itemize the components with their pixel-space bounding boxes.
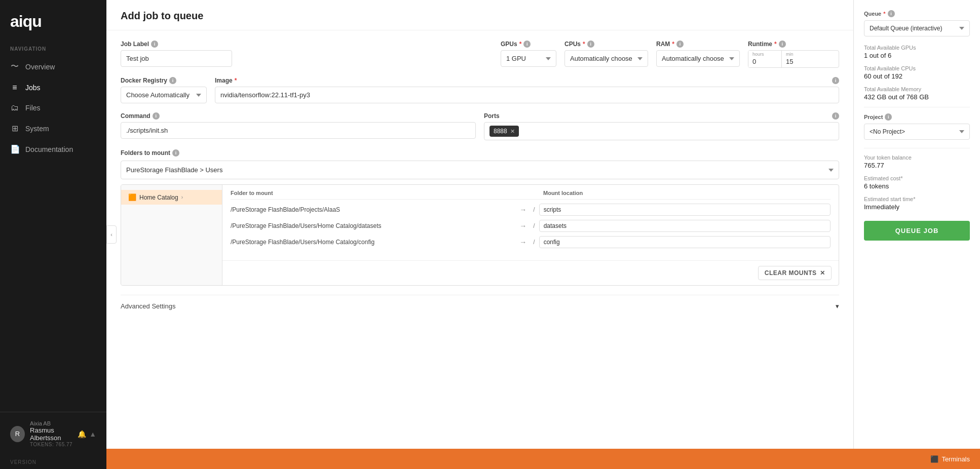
advanced-settings-toggle[interactable]: Advanced Settings ▾	[121, 295, 839, 317]
form-panel: Add job to queue Job Label i GPUs*	[106, 0, 853, 449]
sidebar-item-jobs[interactable]: ≡ Jobs	[0, 77, 106, 98]
form-body: Job Label i GPUs* i 1 GPU	[106, 30, 853, 327]
job-label-input[interactable]	[121, 50, 232, 67]
mount-input-1[interactable]	[539, 220, 831, 232]
runtime-label: Runtime* i	[748, 41, 839, 48]
runtime-hours-input[interactable]	[748, 57, 781, 67]
mount-table: Folder to mount Mount location /PureStor…	[222, 185, 839, 257]
collapse-sidebar-button[interactable]: ‹	[106, 225, 117, 244]
stat-memory: Total Available Memory 432 GB out of 768…	[864, 86, 970, 101]
bell-icon[interactable]: 🔔	[78, 430, 86, 438]
gpus-select[interactable]: 1 GPU	[501, 50, 556, 67]
clear-mounts-button[interactable]: CLEAR MOUNTS ✕	[758, 266, 832, 280]
ports-info-icon[interactable]: i	[832, 112, 839, 120]
divider-1	[864, 107, 970, 107]
sidebar-item-system[interactable]: ⊞ System	[0, 118, 106, 139]
chevron-down-icon: ▾	[836, 302, 839, 310]
ram-info-icon[interactable]: i	[676, 41, 684, 48]
estimated-start-label: Estimated start time*	[864, 196, 970, 202]
sidebar-item-files[interactable]: 🗂 Files	[0, 98, 106, 118]
sidebar: aiqu NAVIGATION 〜 Overview ≡ Jobs 🗂 File…	[0, 0, 106, 469]
project-select[interactable]: <No Project>	[864, 124, 970, 140]
clear-mounts-label: CLEAR MOUNTS	[765, 269, 817, 277]
ports-input-area[interactable]: 8888 ✕	[484, 122, 839, 140]
command-info-icon[interactable]: i	[153, 112, 160, 120]
queue-select[interactable]: Default Queue (interactive)	[864, 20, 970, 36]
folders-info-icon[interactable]: i	[172, 149, 179, 157]
stat-gpus: Total Available GPUs 1 out of 6	[864, 45, 970, 59]
mount-location-select[interactable]: PureStorage FlashBlade > Users	[121, 161, 839, 179]
user-name: Rasmus Albertsson	[30, 426, 72, 442]
chevron-up-icon[interactable]: ▲	[89, 430, 96, 438]
gpus-label: GPUs* i	[501, 41, 556, 48]
command-label: Command i	[121, 112, 476, 120]
mount-arrow-2: →	[517, 238, 529, 246]
mount-slash-0: /	[533, 206, 535, 213]
estimated-cost-row: Estimated cost* 6 tokens	[864, 175, 970, 190]
user-company: Aixia AB	[30, 420, 72, 426]
runtime-hours-part: hours	[748, 51, 782, 67]
sidebar-item-overview[interactable]: 〜 Overview	[0, 56, 106, 77]
sidebar-item-label: System	[25, 125, 49, 133]
job-label-info-icon[interactable]: i	[151, 41, 158, 48]
col-arrow-header	[523, 190, 538, 196]
project-field: Project i <No Project>	[864, 113, 970, 140]
stat-cpus-value: 60 out of 192	[864, 72, 970, 80]
mount-input-0[interactable]	[539, 204, 831, 216]
sidebar-item-label: Documentation	[25, 145, 73, 153]
runtime-info-icon[interactable]: i	[779, 41, 786, 48]
image-input[interactable]	[215, 87, 839, 103]
runtime-container: hours min	[748, 50, 839, 68]
queue-label: Queue* i	[864, 10, 970, 17]
port-close-button[interactable]: ✕	[510, 128, 515, 135]
gpus-info-icon[interactable]: i	[523, 41, 531, 48]
port-value: 8888	[494, 128, 507, 135]
main-content: ‹ Add job to queue Job Label i	[106, 0, 980, 469]
files-icon: 🗂	[10, 103, 19, 112]
mount-input-2[interactable]	[539, 236, 831, 248]
docker-registry-select[interactable]: Choose Automatically	[121, 87, 207, 103]
mount-row-1: /PureStorage FlashBlade/Users/Home Catal…	[231, 220, 831, 232]
docker-registry-group: Docker Registry i Choose Automatically	[121, 77, 207, 103]
tree-item-home-catalog[interactable]: 🟧 Home Catalog ›	[121, 190, 222, 205]
queue-job-button[interactable]: QUEUE JOB	[864, 221, 970, 241]
docker-info-icon[interactable]: i	[169, 77, 176, 84]
mount-folder-path-1: /PureStorage FlashBlade/Users/Home Catal…	[231, 222, 513, 229]
sidebar-bottom: R Aixia AB Rasmus Albertsson TOKENS: 765…	[0, 412, 106, 455]
mount-folder-path-0: /PureStorage FlashBlade/Projects/AlaaS	[231, 206, 513, 213]
user-actions[interactable]: 🔔 ▲	[78, 430, 96, 438]
docker-registry-label: Docker Registry i	[121, 77, 207, 84]
project-label: Project i	[864, 113, 970, 121]
token-balance-row: Your token balance 765.77	[864, 154, 970, 169]
tree-item-label: Home Catalog	[139, 194, 178, 201]
runtime-min-input[interactable]	[782, 57, 815, 67]
sidebar-item-label: Files	[25, 104, 41, 112]
image-info-icon[interactable]: i	[832, 77, 839, 84]
mount-table-wrapper: Folder to mount Mount location /PureStor…	[222, 185, 839, 285]
jobs-icon: ≡	[10, 83, 19, 92]
ram-label: RAM* i	[656, 41, 740, 48]
page-title: Add job to queue	[106, 0, 853, 30]
terminals-button[interactable]: ⬛ Terminals	[930, 455, 970, 463]
command-group: Command i	[121, 112, 476, 140]
estimated-cost-value: 6 tokens	[864, 182, 970, 190]
cpus-info-icon[interactable]: i	[587, 41, 594, 48]
queue-info-icon[interactable]: i	[888, 10, 895, 17]
sidebar-item-documentation[interactable]: 📄 Documentation	[0, 139, 106, 160]
row-basic-settings: Job Label i GPUs* i 1 GPU	[121, 41, 839, 68]
ram-group: RAM* i Automatically choose	[656, 41, 740, 67]
image-label: Image* i	[215, 77, 839, 84]
mount-slash-2: /	[533, 239, 535, 246]
cpus-select[interactable]: Automatically choose	[564, 50, 648, 67]
estimated-start-value: Immediately	[864, 203, 970, 211]
token-balance-value: 765.77	[864, 162, 970, 169]
stat-gpus-value: 1 out of 6	[864, 52, 970, 59]
ram-select[interactable]: Automatically choose	[656, 50, 740, 67]
file-tree: 🟧 Home Catalog ›	[121, 185, 222, 285]
project-info-icon[interactable]: i	[885, 113, 892, 121]
mount-footer: CLEAR MOUNTS ✕	[222, 260, 839, 285]
ports-group: Ports i 8888 ✕	[484, 112, 839, 140]
command-input[interactable]	[121, 122, 476, 139]
mount-row-0: /PureStorage FlashBlade/Projects/AlaaS →…	[231, 204, 831, 216]
folder-icon: 🟧	[128, 193, 136, 201]
